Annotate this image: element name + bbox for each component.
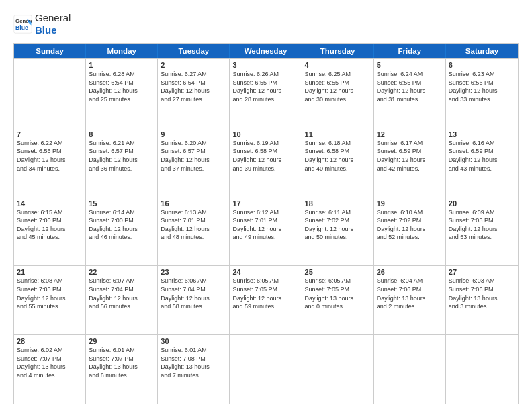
cell-info-line: and 40 minutes. — [305, 165, 371, 173]
day-number: 22 — [89, 268, 154, 276]
calendar-row: 1Sunrise: 6:28 AMSunset: 6:54 PMDaylight… — [14, 58, 518, 128]
cell-info-line: Sunset: 7:03 PM — [17, 285, 83, 294]
calendar-cell: 12Sunrise: 6:17 AMSunset: 6:59 PMDayligh… — [374, 128, 446, 197]
cell-info-line: and 6 minutes. — [89, 371, 154, 380]
day-number: 9 — [161, 130, 226, 138]
cell-info-line: Sunset: 6:55 PM — [232, 79, 298, 87]
cell-info-line: Sunset: 6:58 PM — [232, 147, 298, 156]
cell-info-line: Sunrise: 6:04 AM — [377, 277, 443, 285]
cell-info-line: Daylight: 13 hours — [377, 294, 443, 303]
cell-info-line: and 33 minutes. — [449, 95, 515, 104]
cell-info-line: and 56 minutes. — [89, 302, 154, 311]
cell-info-line: Daylight: 12 hours — [232, 294, 298, 303]
cell-info-line: Daylight: 12 hours — [89, 156, 154, 165]
cell-info-line: Sunrise: 6:02 AM — [17, 346, 83, 355]
cell-info-line: Sunset: 6:54 PM — [161, 79, 226, 87]
logo-text: General Blue — [35, 12, 71, 36]
weekday-header: Monday — [86, 44, 158, 58]
calendar-cell — [230, 335, 302, 404]
cell-info-line: Sunset: 7:00 PM — [89, 216, 154, 225]
cell-info-line: and 59 minutes. — [232, 302, 298, 311]
cell-info-line: Sunset: 7:05 PM — [305, 285, 371, 294]
calendar-cell: 19Sunrise: 6:10 AMSunset: 7:02 PMDayligh… — [374, 197, 446, 266]
cell-info-line: Daylight: 12 hours — [89, 87, 154, 95]
calendar-cell: 24Sunrise: 6:05 AMSunset: 7:05 PMDayligh… — [230, 266, 302, 334]
calendar-cell: 8Sunrise: 6:21 AMSunset: 6:57 PMDaylight… — [86, 128, 158, 197]
cell-info-line: and 39 minutes. — [232, 165, 298, 173]
cell-info-line: Sunrise: 6:11 AM — [305, 208, 371, 217]
cell-info-line: Daylight: 12 hours — [161, 87, 226, 95]
cell-info-line: Sunrise: 6:12 AM — [232, 208, 298, 217]
weekday-header: Tuesday — [158, 44, 230, 58]
cell-info-line: Sunrise: 6:21 AM — [89, 139, 154, 148]
cell-info-line: Daylight: 12 hours — [449, 87, 515, 95]
logo: General Blue General Blue — [13, 12, 71, 36]
calendar-header: SundayMondayTuesdayWednesdayThursdayFrid… — [14, 44, 518, 58]
cell-info-line: and 48 minutes. — [161, 233, 226, 242]
day-number: 8 — [89, 130, 154, 138]
calendar-cell — [14, 59, 86, 128]
calendar-cell: 15Sunrise: 6:14 AMSunset: 7:00 PMDayligh… — [86, 197, 158, 266]
cell-info-line: Daylight: 12 hours — [377, 156, 443, 165]
calendar-cell: 14Sunrise: 6:15 AMSunset: 7:00 PMDayligh… — [14, 197, 86, 266]
cell-info-line: Sunrise: 6:08 AM — [17, 277, 83, 285]
cell-info-line: Sunrise: 6:20 AM — [161, 139, 226, 148]
calendar-cell: 26Sunrise: 6:04 AMSunset: 7:06 PMDayligh… — [374, 266, 446, 334]
day-number: 30 — [161, 337, 226, 345]
day-number: 6 — [449, 61, 515, 69]
cell-info-line: Daylight: 12 hours — [89, 225, 154, 234]
cell-info-line: Daylight: 12 hours — [161, 156, 226, 165]
cell-info-line: Daylight: 13 hours — [89, 363, 154, 371]
calendar-cell: 4Sunrise: 6:25 AMSunset: 6:55 PMDaylight… — [302, 59, 374, 128]
day-number: 3 — [232, 61, 298, 69]
weekday-header: Saturday — [446, 44, 518, 58]
cell-info-line: Daylight: 12 hours — [17, 225, 83, 234]
day-number: 19 — [377, 199, 443, 208]
cell-info-line: and 45 minutes. — [17, 233, 83, 242]
cell-info-line: Daylight: 12 hours — [161, 294, 226, 303]
day-number: 10 — [232, 130, 298, 138]
cell-info-line: Sunrise: 6:24 AM — [377, 70, 443, 79]
calendar-cell: 6Sunrise: 6:23 AMSunset: 6:56 PMDaylight… — [446, 59, 518, 128]
day-number: 25 — [305, 268, 371, 276]
cell-info-line: and 25 minutes. — [89, 95, 154, 104]
cell-info-line: Sunset: 7:01 PM — [232, 216, 298, 225]
calendar-cell — [446, 335, 518, 404]
cell-info-line: Sunrise: 6:27 AM — [161, 70, 226, 79]
cell-info-line: Sunset: 6:57 PM — [89, 147, 154, 156]
cell-info-line: Sunset: 7:03 PM — [449, 216, 515, 225]
day-number: 1 — [89, 61, 154, 69]
cell-info-line: Sunrise: 6:25 AM — [305, 70, 371, 79]
cell-info-line: and 37 minutes. — [161, 165, 226, 173]
day-number: 4 — [305, 61, 371, 69]
calendar-cell — [374, 335, 446, 404]
cell-info-line: Daylight: 12 hours — [89, 294, 154, 303]
cell-info-line: Sunrise: 6:17 AM — [377, 139, 443, 148]
cell-info-line: Sunset: 7:07 PM — [17, 355, 83, 363]
cell-info-line: Sunset: 7:06 PM — [377, 285, 443, 294]
cell-info-line: and 53 minutes. — [449, 233, 515, 242]
cell-info-line: Sunrise: 6:13 AM — [161, 208, 226, 217]
cell-info-line: and 0 minutes. — [305, 302, 371, 311]
day-number: 5 — [377, 61, 443, 69]
calendar-cell: 20Sunrise: 6:09 AMSunset: 7:03 PMDayligh… — [446, 197, 518, 266]
day-number: 2 — [161, 61, 226, 69]
cell-info-line: Sunrise: 6:05 AM — [305, 277, 371, 285]
weekday-header: Sunday — [14, 44, 86, 58]
weekday-header: Friday — [374, 44, 446, 58]
cell-info-line: Daylight: 12 hours — [232, 225, 298, 234]
calendar-cell: 17Sunrise: 6:12 AMSunset: 7:01 PMDayligh… — [230, 197, 302, 266]
cell-info-line: Sunrise: 6:10 AM — [377, 208, 443, 217]
cell-info-line: Sunset: 7:02 PM — [305, 216, 371, 225]
cell-info-line: and 49 minutes. — [232, 233, 298, 242]
cell-info-line: Sunrise: 6:09 AM — [449, 208, 515, 217]
calendar-cell: 9Sunrise: 6:20 AMSunset: 6:57 PMDaylight… — [158, 128, 230, 197]
day-number: 21 — [17, 268, 83, 276]
calendar-cell: 22Sunrise: 6:07 AMSunset: 7:04 PMDayligh… — [86, 266, 158, 334]
logo-icon: General Blue — [13, 15, 32, 34]
cell-info-line: Sunset: 6:57 PM — [161, 147, 226, 156]
cell-info-line: Sunset: 7:06 PM — [449, 285, 515, 294]
calendar-cell: 2Sunrise: 6:27 AMSunset: 6:54 PMDaylight… — [158, 59, 230, 128]
cell-info-line: Sunset: 7:01 PM — [161, 216, 226, 225]
cell-info-line: Sunset: 6:59 PM — [377, 147, 443, 156]
